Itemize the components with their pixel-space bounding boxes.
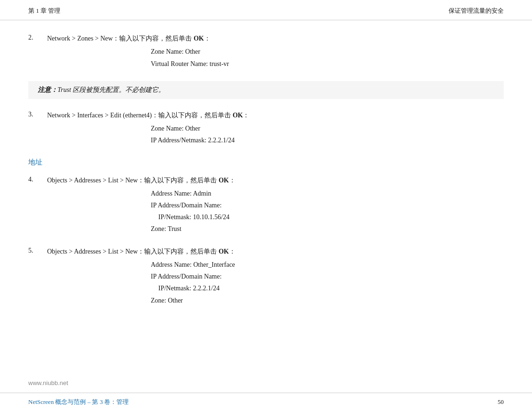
instruction-suffix-5: ： xyxy=(229,248,236,255)
ok-label-3: OK xyxy=(233,112,243,119)
list-item-2: 2. Network > Zones > New：输入以下内容，然后单击 OK：… xyxy=(28,33,504,70)
note-text: Trust 区段被预先配置。不必创建它。 xyxy=(57,86,165,93)
instruction-suffix-3: ： xyxy=(243,112,249,119)
detail-line-2-1: Virtual Router Name: trust-vr xyxy=(151,58,504,70)
instruction-suffix-2: ： xyxy=(204,35,211,42)
detail-line-3-1: IP Address/Netmask: 2.2.2.1/24 xyxy=(151,134,504,146)
detail-line-2-0: Zone Name: Other xyxy=(151,46,504,58)
list-number-4: 4. xyxy=(28,175,47,235)
instruction-prefix-5: Objects > Addresses > List > New：输入以下内容，… xyxy=(47,248,219,255)
detail-line-4-2: IP/Netmask: 10.10.1.56/24 xyxy=(151,211,504,223)
list-body-2: Network > Zones > New：输入以下内容，然后单击 OK： Zo… xyxy=(47,33,504,70)
ok-label-4: OK xyxy=(219,177,229,184)
detail-line-5-0: Address Name: Other_Interface xyxy=(151,259,504,271)
list-item-4: 4. Objects > Addresses > List > New：输入以下… xyxy=(28,175,504,235)
list-number-2: 2. xyxy=(28,33,47,70)
list-instruction-2: Network > Zones > New：输入以下内容，然后单击 OK： xyxy=(47,33,504,44)
watermark-text: www.niubb.net xyxy=(28,379,68,386)
detail-line-4-0: Address Name: Admin xyxy=(151,188,504,199)
detail-line-5-3: Zone: Other xyxy=(151,295,504,306)
instruction-prefix-3: Network > Interfaces > Edit (ethernet4)：… xyxy=(47,112,233,119)
footer-left-text: NetScreen 概念与范例 – 第 3 卷：管理 xyxy=(28,398,129,406)
main-content: 2. Network > Zones > New：输入以下内容，然后单击 OK：… xyxy=(0,20,532,327)
list-item-3: 3. Network > Interfaces > Edit (ethernet… xyxy=(28,110,504,147)
detail-line-5-1: IP Address/Domain Name: xyxy=(151,271,504,282)
detail-line-5-2: IP/Netmask: 2.2.2.1/24 xyxy=(151,282,504,294)
page-header: 第 1 章 管理 保证管理流量的安全 xyxy=(0,0,532,20)
detail-line-4-3: Zone: Trust xyxy=(151,223,504,235)
header-right-text: 保证管理流量的安全 xyxy=(449,7,504,15)
list-item-5: 5. Objects > Addresses > List > New：输入以下… xyxy=(28,247,504,306)
list-body-5: Objects > Addresses > List > New：输入以下内容，… xyxy=(47,247,504,306)
page-container: 第 1 章 管理 保证管理流量的安全 2. Network > Zones > … xyxy=(0,0,532,411)
ok-label-5: OK xyxy=(219,248,229,255)
list-instruction-5: Objects > Addresses > List > New：输入以下内容，… xyxy=(47,247,504,257)
list-details-3: Zone Name: Other IP Address/Netmask: 2.2… xyxy=(47,123,504,146)
instruction-prefix-2: Network > Zones > New：输入以下内容，然后单击 xyxy=(47,35,194,42)
list-body-4: Objects > Addresses > List > New：输入以下内容，… xyxy=(47,175,504,235)
header-left-text: 第 1 章 管理 xyxy=(28,7,60,15)
note-prefix: 注意： xyxy=(38,86,57,93)
instruction-suffix-4: ： xyxy=(229,177,236,184)
list-number-3: 3. xyxy=(28,110,47,147)
instruction-prefix-4: Objects > Addresses > List > New：输入以下内容，… xyxy=(47,177,219,184)
list-body-3: Network > Interfaces > Edit (ethernet4)：… xyxy=(47,110,504,147)
list-instruction-4: Objects > Addresses > List > New：输入以下内容，… xyxy=(47,175,504,186)
list-details-4: Address Name: Admin IP Address/Domain Na… xyxy=(47,188,504,235)
list-details-2: Zone Name: Other Virtual Router Name: tr… xyxy=(47,46,504,69)
footer-right-text: 50 xyxy=(498,398,504,406)
detail-line-4-1: IP Address/Domain Name: xyxy=(151,199,504,211)
list-details-5: Address Name: Other_Interface IP Address… xyxy=(47,259,504,306)
ok-label-2: OK xyxy=(194,35,204,42)
list-instruction-3: Network > Interfaces > Edit (ethernet4)：… xyxy=(47,110,504,121)
note-box: 注意：Trust 区段被预先配置。不必创建它。 xyxy=(28,81,504,99)
page-footer: NetScreen 概念与范例 – 第 3 卷：管理 50 xyxy=(0,393,532,411)
section-heading-address: 地址 xyxy=(28,158,504,167)
list-number-5: 5. xyxy=(28,247,47,306)
detail-line-3-0: Zone Name: Other xyxy=(151,123,504,134)
